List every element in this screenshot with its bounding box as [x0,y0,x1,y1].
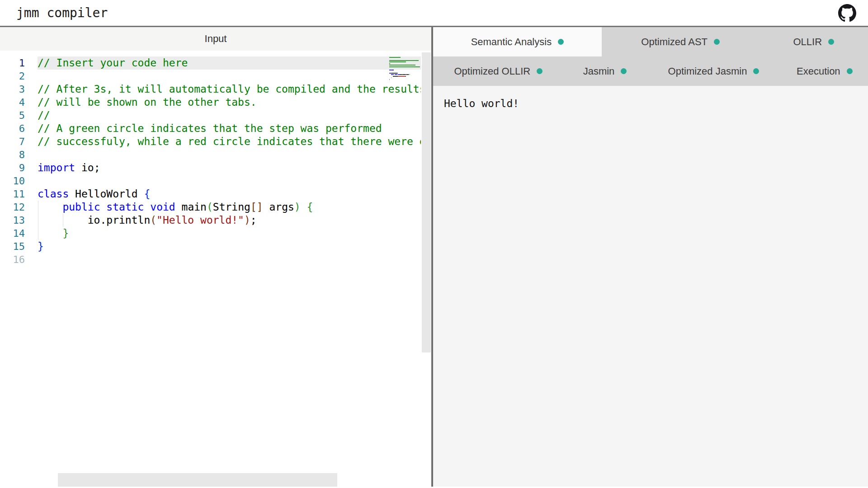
line-number: 8 [0,148,25,161]
line-number: 11 [0,188,25,201]
minimap-line [389,80,421,82]
status-dot-icon [753,68,759,74]
tab-label: Optimized OLLIR [454,66,530,77]
token-comment: // A green circle indicates that the ste… [38,122,382,134]
token-plain: io; [75,162,100,174]
status-dot-icon [621,68,627,74]
results-tabs: Semantic AnalysisOptimized ASTOLLIROptim… [433,27,868,86]
code-line-text[interactable]: // [38,109,421,122]
token-plain [100,201,106,213]
token-keyword: class [38,188,69,200]
code-line-text[interactable]: public static void main(String[] args) { [38,201,421,214]
token-plain: args [263,201,294,213]
github-icon [838,4,856,22]
indent-guide [63,214,63,227]
minimap-code-segment [389,57,401,58]
tab-input[interactable]: Input [0,27,431,51]
app-title: jmm compiler [16,5,108,20]
minimap[interactable] [389,56,421,82]
tab-optimized-jasmin[interactable]: Optimized Jasmin [646,56,781,86]
github-link[interactable] [838,4,856,22]
code-line-text[interactable]: io.println("Hello world!"); [38,214,421,227]
minimap-code-segment [389,79,390,80]
minimap-code-segment [389,60,419,61]
token-plain: String [213,201,250,213]
token-bracket1: { [144,188,150,200]
tab-optimized-ast[interactable]: Optimized AST [602,27,760,56]
line-number: 6 [0,122,25,135]
app-header: jmm compiler [0,0,868,27]
indent-guide [38,214,38,227]
minimap-code-segment [389,65,415,66]
tab-optimized-ollir[interactable]: Optimized OLLIR [433,56,564,86]
tab-semantic-analysis[interactable]: Semantic Analysis [433,27,602,56]
line-number: 5 [0,109,25,122]
token-comment: // Insert your code here [38,57,188,69]
minimap-code-segment [398,76,405,77]
code-line: 1// Insert your code here [0,56,421,70]
code-line-text[interactable]: class HelloWorld { [38,188,421,201]
editor-vertical-scrollbar[interactable] [422,52,431,352]
line-number: 16 [0,253,25,266]
token-plain [301,201,307,213]
tab-ollir[interactable]: OLLIR [760,27,868,56]
line-number: 7 [0,135,25,148]
tab-execution[interactable]: Execution [781,56,868,86]
minimap-code-segment [397,73,398,74]
code-line: 12 public static void main(String[] args… [0,201,421,214]
token-keyword: void [150,201,175,213]
code-line-text[interactable]: // Insert your code here [38,56,421,70]
code-line-text[interactable]: // After 3s, it will automatically be co… [38,83,421,96]
editor-lines: 1// Insert your code here23// After 3s, … [0,51,431,266]
code-line-text[interactable]: // A green circle indicates that the ste… [38,122,421,135]
minimap-code-segment [392,73,397,74]
main-split: Input 1// Insert your code here23// Afte… [0,27,868,487]
tab-label: Optimized Jasmin [668,66,747,77]
token-bracket2: } [62,227,69,239]
semantic-analysis-output: Hello world! [444,98,519,109]
token-bracket3: ) [244,214,250,226]
tab-jasmin[interactable]: Jasmin [564,56,646,86]
code-line-text[interactable] [38,70,421,83]
code-line-text[interactable] [38,253,421,266]
minimap-code-segment [392,70,394,70]
token-bracket1: } [38,240,44,252]
code-line: 5// [0,109,421,122]
code-line: 11class HelloWorld { [0,188,421,201]
line-number: 1 [0,56,25,70]
tab-label: Semantic Analysis [471,36,552,48]
tab-row: Optimized OLLIRJasminOptimized JasminExe… [433,56,868,86]
code-line-text[interactable] [38,174,421,188]
minimap-code-segment [389,66,420,67]
minimap-space [389,76,393,77]
status-dot-icon [847,68,853,74]
code-line-text[interactable]: // will be shown on the other tabs. [38,96,421,109]
tab-content: Hello world! [433,86,868,487]
code-editor[interactable]: 1// Insert your code here23// After 3s, … [0,51,431,487]
token-plain: io.println [38,214,150,226]
token-comment: // will be shown on the other tabs. [38,96,257,108]
code-line: 10 [0,174,421,188]
token-plain [38,201,62,213]
tab-label: Jasmin [583,66,615,77]
minimap-code-segment [389,61,406,62]
line-number: 14 [0,227,25,240]
token-comment: // successfuly, while a red circle indic… [38,136,421,147]
minimap-code-segment [389,63,390,64]
tab-row: Semantic AnalysisOptimized ASTOLLIR [433,27,868,56]
code-line-text[interactable]: import io; [38,161,421,174]
code-line-text[interactable]: } [38,240,421,253]
code-line: 7// successfuly, while a red circle indi… [0,135,421,148]
code-line-text[interactable] [38,148,421,161]
status-dot-icon [828,39,834,45]
indent-guide [38,201,38,214]
editor-horizontal-scrollbar[interactable] [58,473,337,487]
line-number: 10 [0,174,25,188]
tab-label: Optimized AST [641,36,708,48]
status-dot-icon [558,39,564,45]
code-line-text[interactable]: // successfuly, while a red circle indic… [38,135,421,148]
status-dot-icon [537,68,542,74]
code-line: 13 io.println("Hello world!"); [0,214,421,227]
token-bracket3: [] [250,201,263,213]
code-line-text[interactable]: } [38,227,421,240]
